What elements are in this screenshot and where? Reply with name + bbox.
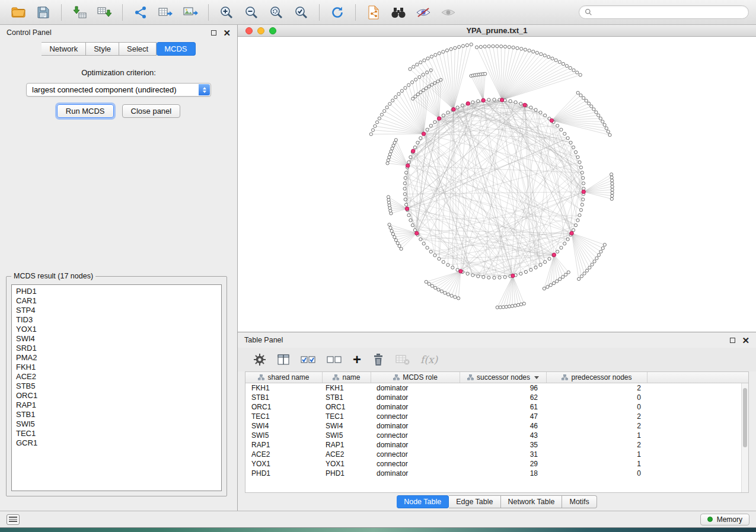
table-row[interactable]: PHD1 PHD1 dominator 18 0 <box>245 469 748 478</box>
mcds-result-list[interactable]: PHD1 CAR1 STP4 TID3 YOX1 SWI4 SRD1 PMA2 <box>11 284 222 491</box>
control-panel-tab[interactable]: Select <box>119 42 157 56</box>
criterion-select[interactable]: largest connected component (undirected) <box>26 83 211 97</box>
table-row[interactable]: RAP1 RAP1 dominator 35 2 <box>245 440 748 450</box>
run-mcds-button[interactable]: Run MCDS <box>57 104 114 118</box>
table-scrollbar[interactable] <box>741 383 748 492</box>
table-row[interactable]: SWI5 SWI5 connector 43 1 <box>245 431 748 440</box>
network-canvas-area <box>238 37 756 332</box>
mcds-result-item[interactable]: SWI4 <box>16 334 221 344</box>
cell-name: STB1 <box>323 393 371 402</box>
toolbar-separator <box>61 4 62 21</box>
import-network-button[interactable] <box>93 2 116 23</box>
table-row[interactable]: SWI4 SWI4 dominator 46 2 <box>245 421 748 431</box>
column-header-mcds-role[interactable]: MCDS role <box>371 372 460 383</box>
cell-mcds-role: dominator <box>371 422 460 430</box>
select-all-button[interactable] <box>301 353 316 366</box>
panel-menu-button[interactable] <box>7 514 20 525</box>
memory-button[interactable]: Memory <box>700 514 749 525</box>
close-table-panel-icon[interactable]: ✕ <box>742 338 749 343</box>
scrollbar-thumb[interactable] <box>743 388 747 447</box>
close-panel-button[interactable]: Close panel <box>122 104 181 118</box>
export-network-button[interactable] <box>129 2 152 23</box>
zoom-out-button[interactable] <box>240 2 263 23</box>
mcds-result-item[interactable]: YOX1 <box>16 325 221 334</box>
mcds-result-item[interactable]: RAP1 <box>16 400 221 410</box>
zoom-in-button[interactable] <box>215 2 238 23</box>
table-panel-header: Table Panel ✕ <box>238 332 756 348</box>
table-row[interactable]: ORC1 ORC1 dominator 61 0 <box>245 402 748 412</box>
float-table-panel-icon[interactable] <box>730 338 735 343</box>
table-tab[interactable]: Node Table <box>397 495 449 508</box>
network-graph[interactable] <box>238 37 756 332</box>
cell-mcds-role: connector <box>371 431 460 440</box>
mcds-result-item[interactable]: SRD1 <box>16 344 221 353</box>
attribute-icon <box>393 374 400 381</box>
table-row[interactable]: ACE2 ACE2 connector 31 1 <box>245 450 748 459</box>
delete-column-button[interactable] <box>372 353 385 366</box>
delete-table-button[interactable] <box>395 353 410 366</box>
eye-slash-icon <box>416 5 431 20</box>
mcds-result-item[interactable]: CAR1 <box>16 296 221 306</box>
mcds-result-item[interactable]: STP4 <box>16 306 221 315</box>
table-settings-button[interactable] <box>253 353 266 366</box>
export-table-button[interactable] <box>154 2 177 23</box>
search-input[interactable] <box>596 8 743 17</box>
column-header-successor-nodes[interactable]: successor nodes <box>460 372 547 383</box>
show-all-button[interactable] <box>437 2 460 23</box>
table-row[interactable]: YOX1 YOX1 connector 29 1 <box>245 459 748 469</box>
table-row[interactable]: FKH1 FKH1 dominator 96 2 <box>245 383 748 393</box>
close-window-icon[interactable] <box>245 27 253 34</box>
table-row[interactable]: STB1 STB1 dominator 62 0 <box>245 393 748 402</box>
mcds-result-item[interactable]: GCR1 <box>16 438 221 448</box>
network-titlebar[interactable]: YPA_prune.txt_1 <box>238 25 756 37</box>
mcds-result-item[interactable]: PMA2 <box>16 353 221 363</box>
save-session-button[interactable] <box>32 2 55 23</box>
mcds-result-item[interactable]: SWI5 <box>16 419 221 429</box>
mcds-result-item[interactable]: TID3 <box>16 315 221 325</box>
cell-mcds-role: dominator <box>371 469 460 477</box>
export-image-button[interactable] <box>179 2 202 23</box>
mcds-result-item[interactable]: TEC1 <box>16 429 221 438</box>
control-panel-tab[interactable]: MCDS <box>157 42 195 56</box>
zoom-selected-button[interactable] <box>290 2 312 23</box>
maximize-window-icon[interactable] <box>269 27 276 34</box>
optimization-criterion-label: Optimization criterion: <box>81 68 156 77</box>
attribute-icon <box>258 374 264 381</box>
column-header-predecessor-nodes[interactable]: predecessor nodes <box>547 372 647 383</box>
close-panel-icon[interactable]: ✕ <box>223 30 231 36</box>
refresh-icon <box>330 5 345 20</box>
mcds-result-item[interactable]: STB1 <box>16 410 221 419</box>
table-row[interactable]: TEC1 TEC1 connector 47 2 <box>245 412 748 421</box>
column-header-name[interactable]: name <box>323 372 371 383</box>
open-session-button[interactable] <box>7 2 30 23</box>
apply-layout-button[interactable] <box>326 2 349 23</box>
mcds-result-item[interactable]: ORC1 <box>16 391 221 400</box>
export-document-button[interactable] <box>362 2 385 23</box>
show-columns-button[interactable] <box>277 353 290 366</box>
float-panel-icon[interactable] <box>211 30 216 36</box>
table-tab[interactable]: Edge Table <box>449 495 500 508</box>
zoom-fit-button[interactable] <box>265 2 288 23</box>
add-column-button[interactable]: + <box>353 354 361 366</box>
mcds-result-item[interactable]: STB5 <box>16 382 221 391</box>
search-network-button[interactable] <box>387 2 410 23</box>
cell-name: SWI4 <box>323 422 371 430</box>
cell-predecessor-nodes: 0 <box>547 403 647 411</box>
table-tab[interactable]: Motifs <box>562 495 596 508</box>
control-panel-tab[interactable]: Network <box>42 42 86 56</box>
mcds-result-item[interactable]: PHD1 <box>16 287 221 296</box>
column-header-shared-name[interactable]: shared name <box>245 372 323 383</box>
attribute-icon <box>333 374 339 381</box>
mcds-result-item[interactable]: ACE2 <box>16 372 221 382</box>
mcds-result-item[interactable]: FKH1 <box>16 363 221 372</box>
cell-mcds-role: connector <box>371 460 460 468</box>
deselect-all-button[interactable] <box>327 353 342 366</box>
table-tab[interactable]: Network Table <box>501 495 563 508</box>
import-table-button[interactable] <box>68 2 91 23</box>
minimize-window-icon[interactable] <box>257 27 264 34</box>
control-panel-tab[interactable]: Style <box>86 42 119 56</box>
search-field[interactable] <box>579 5 749 19</box>
hide-selected-button[interactable] <box>412 2 435 23</box>
control-panel: Control Panel ✕ Network Style Select MCD… <box>0 25 238 511</box>
function-builder-button[interactable]: f(x) <box>420 354 438 366</box>
